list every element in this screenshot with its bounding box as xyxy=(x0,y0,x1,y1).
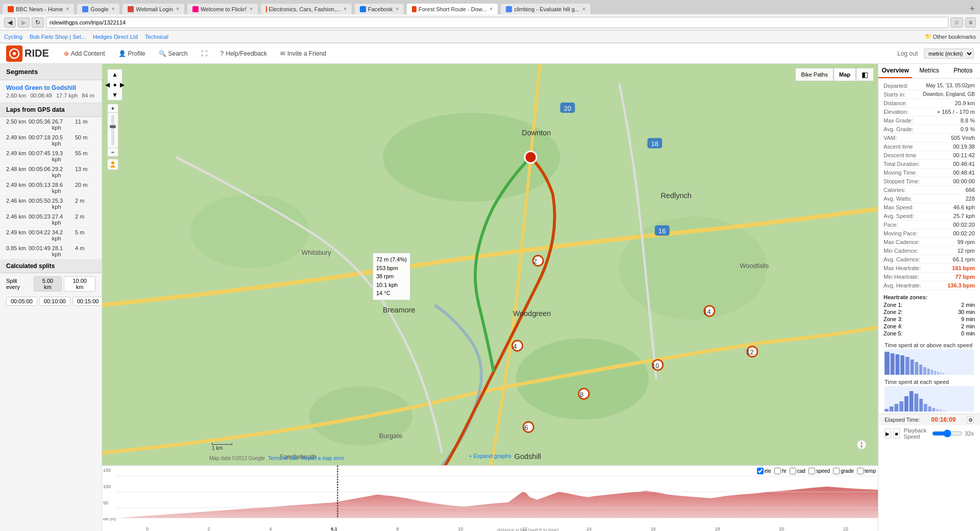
elapsed-row: Elapsed Time: 00:16:09 ⚙ xyxy=(878,414,980,425)
svg-rect-27 xyxy=(655,225,670,235)
avg-grade-row: Avg. Grade: 0.9 % xyxy=(884,125,975,134)
zoom-slider[interactable] xyxy=(111,115,114,146)
route-name-link[interactable]: Wood Green to Godshill xyxy=(6,84,95,91)
hr-zone5-row: Zone 5: 0 min xyxy=(884,330,975,337)
split-every-row: Split every 5.00 km 10.00 km xyxy=(0,273,102,295)
route-stats: 2.60 km 00:08:49 17.7 kph 84 m xyxy=(6,92,95,99)
tab-close-btn[interactable]: × xyxy=(112,6,115,12)
bookmark-item-2[interactable]: Hedges Direct Ltd xyxy=(93,34,138,40)
playback-controls: ▶ ■ Playback Speed 32x xyxy=(878,425,980,442)
segments-tab[interactable]: Segments xyxy=(0,64,102,80)
tab-close-btn[interactable]: × xyxy=(250,6,253,12)
plus-icon: ⊕ xyxy=(64,50,69,57)
svg-rect-58 xyxy=(930,370,933,375)
stop-button[interactable]: ■ xyxy=(893,428,900,439)
help-button[interactable]: ? Help/Feedback xyxy=(214,46,274,61)
elapsed-settings-btn[interactable]: ⚙ xyxy=(967,416,974,423)
user-icon: 👤 xyxy=(118,50,126,57)
browser-tab-tab4[interactable]: Welcome to Flickr!× xyxy=(187,3,258,14)
max-cadence-row: Max Cadence: 99 rpm xyxy=(884,238,975,247)
back-button[interactable]: ◀ xyxy=(4,17,16,28)
avg-speed-row: Avg. Speed: 25.7 kph xyxy=(884,212,975,221)
terms-link[interactable]: Terms of Use xyxy=(268,455,298,461)
zoom-in-btn[interactable]: + xyxy=(108,104,118,113)
fullscreen-icon: ⛶ xyxy=(201,50,207,57)
svg-text:6: 6 xyxy=(524,424,528,431)
pan-center-btn[interactable]: ● xyxy=(111,80,118,90)
tab-close-btn[interactable]: × xyxy=(396,6,399,12)
svg-rect-56 xyxy=(923,367,926,375)
max-hr-row: Max Heartrate: 161 bpm xyxy=(884,264,975,273)
tab-close-btn[interactable]: × xyxy=(344,6,347,12)
pan-left-btn[interactable]: ◀ xyxy=(104,80,111,90)
street-view-btn[interactable] xyxy=(107,159,118,170)
tab-close-btn[interactable]: × xyxy=(582,6,585,12)
split-10km-btn[interactable]: 10.00 km xyxy=(64,276,95,292)
bookmark-item-3[interactable]: Technical xyxy=(145,34,168,40)
pan-right-btn[interactable]: ▶ xyxy=(118,80,126,90)
svg-rect-48 xyxy=(885,352,890,375)
svg-point-19 xyxy=(747,347,757,357)
svg-rect-64 xyxy=(890,406,894,412)
lap-row-6: 2.46 km00:05:2327.4 kph2 m xyxy=(0,212,102,228)
tab-close-btn[interactable]: × xyxy=(489,6,493,12)
svg-text:Downton: Downton xyxy=(522,129,551,137)
play-button[interactable]: ▶ xyxy=(885,428,891,439)
reload-button[interactable]: ↻ xyxy=(32,17,44,28)
pan-up-btn[interactable]: ▲ xyxy=(110,69,119,80)
header-right: Log out metric (m:km) xyxy=(897,49,974,59)
bike-paths-btn[interactable]: Bike Paths xyxy=(795,68,834,81)
tab-favicon xyxy=(82,6,88,12)
tab-close-btn[interactable]: × xyxy=(66,6,69,12)
other-bookmarks[interactable]: 📁 Other bookmarks xyxy=(925,33,976,40)
split-5km-btn[interactable]: 5.00 km xyxy=(34,276,62,292)
split-5min-btn[interactable]: 00:05:00 xyxy=(6,297,37,306)
playback-speed-slider[interactable] xyxy=(932,429,963,438)
settings-button[interactable]: ≡ xyxy=(965,17,976,28)
pan-down-btn[interactable]: ▼ xyxy=(110,90,119,100)
sidebar-toggle-btn[interactable]: ◧ xyxy=(856,68,874,81)
tab-close-btn[interactable]: × xyxy=(176,6,179,12)
split-10min-btn[interactable]: 00:10:00 xyxy=(39,297,70,306)
lap-row-2: 2.49 km00:07:4519.3 kph55 m xyxy=(0,149,102,164)
search-button[interactable]: 🔍 Search xyxy=(152,46,194,61)
zoom-out-btn[interactable]: − xyxy=(108,148,118,156)
x-axis-desc: distance in km (switch to time) xyxy=(497,527,559,531)
new-tab-button[interactable]: + xyxy=(966,4,978,14)
bookmark-item-0[interactable]: Cycling xyxy=(4,34,22,40)
browser-tab-tab6[interactable]: Facebook× xyxy=(354,3,404,14)
browser-tab-tab1[interactable]: BBC News - Home× xyxy=(2,3,75,14)
header-nav: ⊕ Add Content 👤 Profile 🔍 Search ⛶ ? Hel… xyxy=(57,46,333,61)
browser-tab-tab5[interactable]: Electronics, Cars, Fashion,...× xyxy=(260,3,352,14)
address-bar[interactable] xyxy=(46,17,948,28)
folder-icon: 📁 xyxy=(925,33,932,40)
profile-button[interactable]: 👤 Profile xyxy=(112,46,152,61)
svg-text:Redlynch: Redlynch xyxy=(660,191,691,200)
speed-above-bars xyxy=(885,349,974,375)
tab-photos[interactable]: Photos xyxy=(946,64,980,78)
tab-metrics[interactable]: Metrics xyxy=(912,64,946,78)
svg-rect-55 xyxy=(919,365,922,375)
split-15min-btn[interactable]: 00:15:00 xyxy=(72,297,102,306)
svg-rect-70 xyxy=(919,399,923,412)
svg-point-7 xyxy=(309,387,412,446)
expand-graphs-btn[interactable]: + Expand graphs xyxy=(469,453,511,459)
metric-select[interactable]: metric (m:km) xyxy=(924,49,974,59)
bookmark-star[interactable]: ☆ xyxy=(950,17,963,28)
invite-button[interactable]: ✉ Invite a Friend xyxy=(274,46,333,61)
browser-tab-tab8[interactable]: climbing - Evaluate hill g...× xyxy=(500,3,591,14)
hr-zones-title: Heartrate zones: xyxy=(884,292,975,301)
log-out-link[interactable]: Log out xyxy=(897,50,918,57)
speed-at-bars xyxy=(885,386,974,412)
browser-tab-tab3[interactable]: Webmail Login× xyxy=(122,3,184,14)
bookmark-item-1[interactable]: Bob Fiets Shop | Set... xyxy=(30,34,86,40)
browser-tab-tab2[interactable]: Google× xyxy=(77,3,120,14)
compass-btn[interactable] xyxy=(856,440,867,451)
add-content-button[interactable]: ⊕ Add Content xyxy=(57,46,112,61)
map-container[interactable]: 2 4 6 8 10 12 14 20 18 16 Downton Redlyn… xyxy=(102,64,878,531)
tab-overview[interactable]: Overview xyxy=(878,64,912,78)
map-btn[interactable]: Map xyxy=(834,68,856,81)
browser-tab-tab7[interactable]: Forest Short Route - Dow...× xyxy=(406,3,498,14)
fullscreen-button[interactable]: ⛶ xyxy=(194,46,214,61)
forward-button[interactable]: ▶ xyxy=(18,17,30,28)
